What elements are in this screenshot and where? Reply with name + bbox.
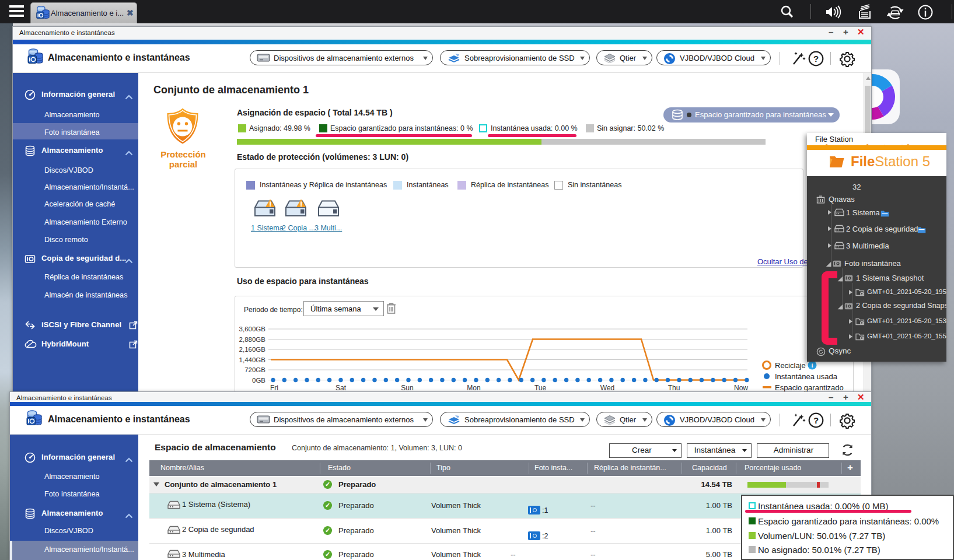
svg-text:Thu: Thu [668,384,680,392]
svg-text:3,600GB: 3,600GB [239,326,266,332]
svg-text:?: ? [813,415,819,425]
svg-text:720GB: 720GB [244,366,265,373]
svg-text:Sun: Sun [401,384,413,392]
svg-text:Tue: Tue [534,384,547,392]
svg-text:Sat: Sat [336,384,347,392]
svg-text:Reciclaje: Reciclaje [775,361,806,370]
svg-text:Wed: Wed [600,384,614,392]
svg-text:2,160GB: 2,160GB [239,346,266,353]
svg-text:?: ? [813,54,819,64]
svg-text:0GB: 0GB [252,377,265,384]
svg-text:1,440GB: 1,440GB [239,356,266,363]
svg-text:2,880GB: 2,880GB [239,336,266,343]
svg-text:Mon: Mon [467,384,480,392]
svg-text:i: i [811,362,813,369]
svg-text:Now: Now [734,384,748,392]
svg-text:Instantánea usada: Instantánea usada [775,372,838,381]
svg-text:Espacio garantizado: Espacio garantizado [775,383,844,392]
svg-text:Fri: Fri [270,384,278,392]
